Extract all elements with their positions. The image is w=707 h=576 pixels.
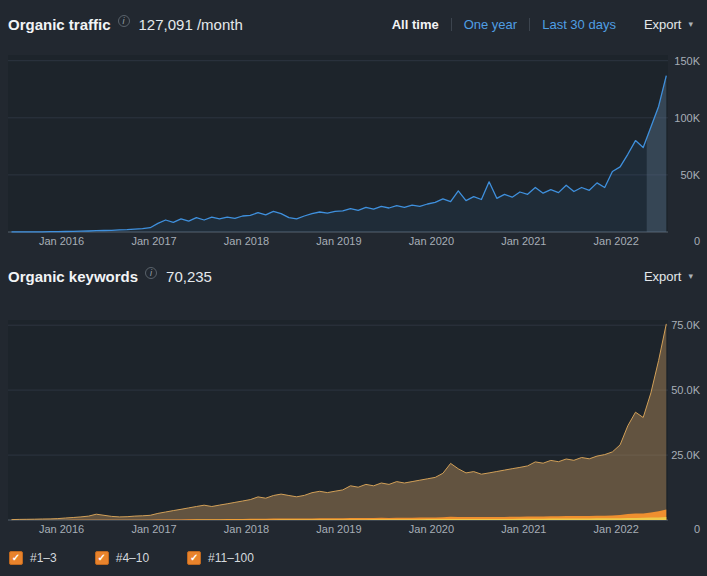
keywords-x-tick-label: Jan 2016 <box>39 523 84 535</box>
date-range-tabs: All time One year Last 30 days <box>392 17 616 32</box>
keywords-y-tick-label: 75.0K <box>671 319 700 331</box>
keywords-x-tick-label: Jan 2018 <box>224 523 269 535</box>
info-icon[interactable]: i <box>118 15 130 27</box>
checkbox-checked-icon[interactable]: ✓ <box>187 551 201 565</box>
tab-divider <box>451 18 452 31</box>
chevron-down-icon: ▾ <box>688 271 693 281</box>
traffic-header: Organic traffic i 127,091 /month All tim… <box>0 0 707 48</box>
chevron-down-icon: ▾ <box>688 19 693 29</box>
legend-item-1-3[interactable]: ✓ #1–3 <box>9 551 57 565</box>
tab-divider <box>529 18 530 31</box>
keywords-y-tick-label: 0 <box>694 523 700 535</box>
traffic-x-tick-label: Jan 2018 <box>224 235 269 247</box>
traffic-y-tick-label: 50K <box>680 169 700 181</box>
organic-traffic-section: Organic traffic i 127,091 /month All tim… <box>0 0 707 252</box>
keywords-header: Organic keywords i 70,235 Export ▾ <box>0 252 707 300</box>
export-label: Export <box>644 269 682 284</box>
keywords-y-tick-label: 50.0K <box>671 384 700 396</box>
traffic-x-tick-label: Jan 2019 <box>316 235 361 247</box>
legend-item-4-10[interactable]: ✓ #4–10 <box>95 551 149 565</box>
traffic-x-tick-label: Jan 2020 <box>409 235 454 247</box>
keywords-title: Organic keywords <box>8 268 138 285</box>
keywords-x-tick-label: Jan 2017 <box>131 523 176 535</box>
traffic-x-tick-label: Jan 2022 <box>594 235 639 247</box>
legend-label-11-100: #11–100 <box>208 551 254 565</box>
analytics-dashboard: Organic traffic i 127,091 /month All tim… <box>0 0 707 576</box>
tab-one-year[interactable]: One year <box>464 17 517 32</box>
traffic-y-tick-label: 0 <box>694 235 700 247</box>
export-label: Export <box>644 17 682 32</box>
checkbox-checked-icon[interactable]: ✓ <box>95 551 109 565</box>
traffic-x-tick-label: Jan 2017 <box>131 235 176 247</box>
legend-label-4-10: #4–10 <box>116 551 149 565</box>
checkbox-checked-icon[interactable]: ✓ <box>9 551 23 565</box>
traffic-export-button[interactable]: Export ▾ <box>644 17 693 32</box>
organic-traffic-chart[interactable]: 050K100K150KJan 2016Jan 2017Jan 2018Jan … <box>0 48 707 252</box>
tab-all-time[interactable]: All time <box>392 17 439 32</box>
legend-label-1-3: #1–3 <box>30 551 57 565</box>
traffic-title: Organic traffic <box>8 16 111 33</box>
traffic-value: 127,091 /month <box>139 16 243 33</box>
traffic-y-tick-label: 100K <box>674 112 700 124</box>
traffic-x-tick-label: Jan 2016 <box>39 235 84 247</box>
legend-item-11-100[interactable]: ✓ #11–100 <box>187 551 254 565</box>
keywords-legend: ✓ #1–3 ✓ #4–10 ✓ #11–100 <box>0 540 707 576</box>
keywords-x-tick-label: Jan 2019 <box>316 523 361 535</box>
keywords-value: 70,235 <box>166 268 212 285</box>
traffic-y-tick-label: 150K <box>674 55 700 67</box>
keywords-y-tick-label: 25.0K <box>671 449 700 461</box>
tab-last-30-days[interactable]: Last 30 days <box>542 17 616 32</box>
traffic-x-tick-label: Jan 2021 <box>501 235 546 247</box>
organic-keywords-chart[interactable]: 025.0K50.0K75.0KJan 2016Jan 2017Jan 2018… <box>0 300 707 540</box>
keywords-x-tick-label: Jan 2020 <box>409 523 454 535</box>
organic-keywords-section: Organic keywords i 70,235 Export ▾ 025.0… <box>0 252 707 576</box>
info-icon[interactable]: i <box>145 267 157 279</box>
keywords-x-tick-label: Jan 2022 <box>594 523 639 535</box>
keywords-export-button[interactable]: Export ▾ <box>644 269 693 284</box>
keywords-x-tick-label: Jan 2021 <box>501 523 546 535</box>
